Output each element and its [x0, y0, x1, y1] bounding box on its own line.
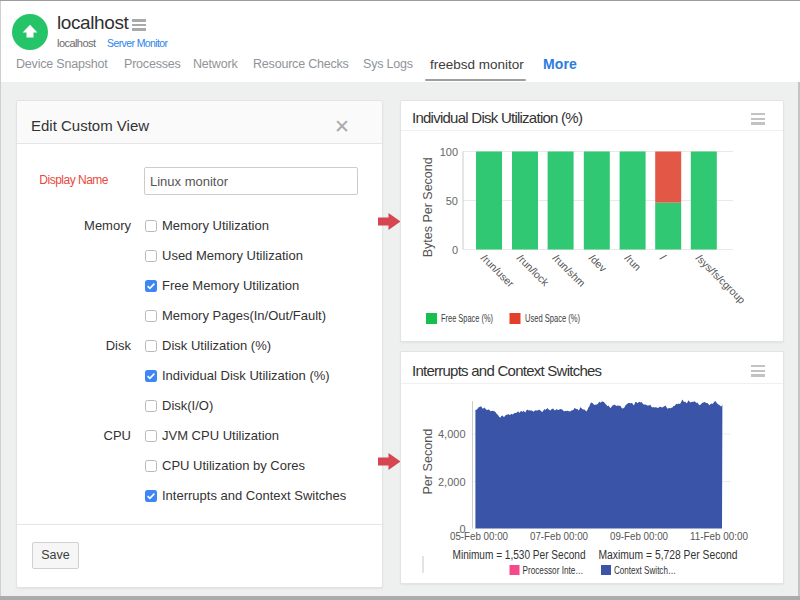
svg-text:Free Space (%): Free Space (%) — [441, 312, 493, 324]
svg-text:Used Space (%): Used Space (%) — [525, 312, 580, 324]
svg-text:Context Switch…: Context Switch… — [614, 564, 676, 576]
svg-text:07-Feb 00:00: 07-Feb 00:00 — [530, 530, 588, 542]
svg-text:Bytes Per Second: Bytes Per Second — [421, 157, 435, 257]
svg-text:100: 100 — [440, 146, 458, 158]
svg-text:Per Second: Per Second — [421, 429, 435, 495]
svg-text:/sys/fs/cgroup: /sys/fs/cgroup — [694, 252, 748, 306]
svg-text:/run/user: /run/user — [479, 252, 517, 290]
svg-text:/dev: /dev — [587, 252, 610, 275]
svg-text:2,000: 2,000 — [438, 476, 466, 488]
svg-text:05-Feb 00:00: 05-Feb 00:00 — [450, 530, 508, 542]
svg-text:/run/shm: /run/shm — [551, 252, 589, 290]
svg-text:50: 50 — [446, 195, 458, 207]
svg-text:Minimum = 1,530 Per Second: Minimum = 1,530 Per Second — [453, 548, 586, 562]
svg-text:/: / — [658, 252, 669, 263]
svg-text:Processor Inte…: Processor Inte… — [523, 564, 584, 576]
svg-text:11-Feb 00:00: 11-Feb 00:00 — [690, 530, 748, 542]
svg-text:/run: /run — [623, 252, 644, 273]
svg-text:/run/lock: /run/lock — [515, 252, 552, 289]
svg-text:4,000: 4,000 — [438, 428, 466, 440]
svg-text:Maximum = 5,728 Per Second: Maximum = 5,728 Per Second — [599, 548, 738, 562]
svg-text:09-Feb 00:00: 09-Feb 00:00 — [610, 530, 668, 542]
svg-text:0: 0 — [452, 244, 458, 256]
